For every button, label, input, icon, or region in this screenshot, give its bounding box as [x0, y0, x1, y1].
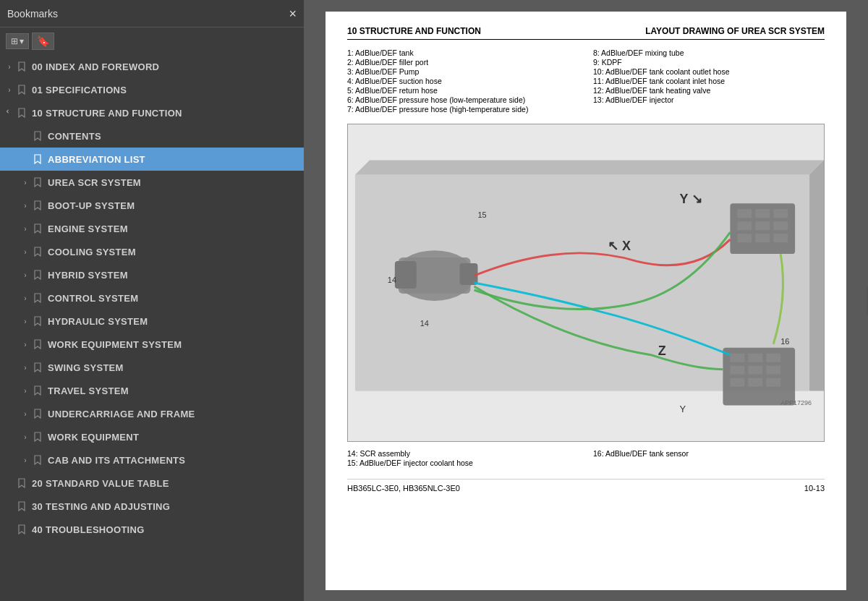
svg-text:14: 14 [420, 318, 429, 327]
sidebar-tree-item[interactable]: ›CAB AND ITS ATTACHMENTS [0, 448, 304, 472]
svg-rect-23 [766, 353, 780, 362]
caption-item: 14: SCR assembly [347, 449, 579, 458]
bookmark-flag-icon [32, 223, 43, 234]
svg-rect-29 [766, 378, 780, 386]
tree-item-label: ABBREVIATION LIST [48, 154, 145, 165]
bookmark-flag-icon [32, 432, 43, 442]
svg-text:↖ X: ↖ X [608, 239, 631, 253]
bookmark-flag-icon [32, 339, 43, 349]
expand-icon: › [20, 225, 30, 233]
legend-item: 3: AdBlue/DEF Pump [347, 67, 579, 76]
page-header: 10 STRUCTURE AND FUNCTION LAYOUT DRAWING… [347, 26, 825, 40]
sidebar-tree-item[interactable]: ›CONTROL SYSTEM [0, 286, 304, 310]
legend-item: 6: AdBlue/DEF pressure hose (low-tempera… [347, 95, 579, 104]
caption-item: 16: AdBlue/DEF tank sensor [593, 449, 825, 458]
sidebar-tree-item[interactable]: CONTENTS [0, 124, 304, 148]
tree-item-label: SWING SYSTEM [48, 362, 124, 373]
tree-item-label: 40 TROUBLESHOOTING [32, 524, 145, 535]
sidebar-toolbar: ⊞ ▾ 🔖 [0, 27, 304, 55]
sidebar-tree-item[interactable]: 20 STANDARD VALUE TABLE [0, 472, 304, 495]
sidebar-tree-item[interactable]: ›TRAVEL SYSTEM [0, 379, 304, 402]
expand-icon: › [20, 317, 30, 325]
bookmark-flag-icon [32, 200, 43, 210]
bookmark-flag-icon [32, 270, 43, 280]
expand-icon: › [4, 63, 14, 71]
legend-item: 7: AdBlue/DEF pressure hose (high-temper… [347, 105, 579, 114]
sidebar-tree-item[interactable]: ›BOOT-UP SYSTEM [0, 194, 304, 217]
svg-rect-25 [748, 365, 762, 374]
page-header-right: LAYOUT DRAWING OF UREA SCR SYSTEM [645, 26, 825, 36]
tree-item-label: WORK EQUIPMENT SYSTEM [48, 339, 182, 350]
document-page: 10 STRUCTURE AND FUNCTION LAYOUT DRAWING… [326, 12, 846, 590]
svg-rect-17 [737, 234, 752, 242]
sidebar-header: Bookmarks × [0, 0, 304, 27]
sidebar-close-button[interactable]: × [289, 7, 297, 20]
tree-item-label: 10 STRUCTURE AND FUNCTION [32, 108, 182, 119]
tree-item-label: UREA SCR SYSTEM [48, 177, 141, 188]
expand-icon: › [20, 341, 30, 349]
sidebar-tree-item[interactable]: ›WORK EQUIPMENT [0, 425, 304, 448]
expand-icon: › [20, 456, 30, 464]
expand-icon: › [20, 410, 30, 418]
sidebar-tree-item[interactable]: ›01 SPECIFICATIONS [0, 78, 304, 101]
legend-item [593, 105, 825, 114]
sidebar-tree-item[interactable]: 40 TROUBLESHOOTING [0, 518, 304, 541]
page-header-left: 10 STRUCTURE AND FUNCTION [347, 26, 481, 36]
sidebar-tree-item[interactable]: ›COOLING SYSTEM [0, 240, 304, 263]
svg-rect-22 [748, 353, 762, 362]
svg-rect-14 [737, 221, 752, 230]
tree-item-label: 20 STANDARD VALUE TABLE [32, 478, 169, 489]
sidebar-tree-item[interactable]: ›UNDERCARRIAGE AND FRAME [0, 402, 304, 425]
sidebar-tree-item[interactable]: ›HYBRID SYSTEM [0, 263, 304, 286]
svg-text:Y ↘: Y ↘ [680, 192, 703, 206]
expand-icon: › [20, 433, 30, 441]
tree-item-label: UNDERCARRIAGE AND FRAME [48, 409, 195, 419]
svg-rect-16 [773, 221, 788, 230]
legend-item: 5: AdBlue/DEF return hose [347, 86, 579, 95]
svg-rect-12 [755, 209, 770, 218]
tree-item-label: 00 INDEX AND FOREWORD [32, 61, 159, 72]
bookmark-flag-icon [32, 385, 43, 396]
bookmark-flag-icon [32, 131, 43, 141]
bookmark-icon: 🔖 [37, 35, 49, 47]
bookmark-flag-icon [32, 177, 43, 187]
bookmark-action-button[interactable]: 🔖 [32, 33, 54, 50]
svg-text:14: 14 [388, 276, 396, 284]
svg-text:Y: Y [680, 404, 686, 414]
expand-icon: › [20, 387, 30, 395]
sidebar-tree-item[interactable]: ›WORK EQUIPMENT SYSTEM [0, 333, 304, 356]
sidebar-tree-item[interactable]: ABBREVIATION LIST [0, 148, 304, 171]
grid-icon: ⊞ [11, 36, 18, 46]
expand-icon: › [20, 248, 30, 256]
sidebar-tree-item[interactable]: ›00 INDEX AND FOREWORD [0, 55, 304, 78]
sidebar-title: Bookmarks [7, 8, 58, 20]
sidebar-tree-item[interactable]: ›SWING SYSTEM [0, 356, 304, 379]
dropdown-arrow-icon: ▾ [20, 36, 24, 46]
tree-item-label: CONTENTS [48, 131, 101, 142]
bookmark-flag-icon [16, 61, 27, 72]
sidebar-tree-item[interactable]: 30 TESTING AND ADJUSTING [0, 495, 304, 518]
caption-grid: 14: SCR assembly16: AdBlue/DEF tank sens… [347, 449, 825, 467]
tree-item-label: WORK EQUIPMENT [48, 432, 139, 443]
legend-item: 8: AdBlue/DEF mixing tube [593, 48, 825, 57]
svg-rect-24 [730, 365, 744, 374]
legend-item: 13: AdBlue/DEF injector [593, 95, 825, 104]
sidebar-tree-item[interactable]: ›ENGINE SYSTEM [0, 217, 304, 240]
bookmark-flag-icon [32, 293, 43, 303]
bookmark-flag-icon [32, 247, 43, 257]
grid-view-button[interactable]: ⊞ ▾ [6, 33, 29, 49]
tree-item-label: TRAVEL SYSTEM [48, 385, 129, 396]
footer-model: HB365LC-3E0, HB365NLC-3E0 [347, 484, 460, 493]
tree-item-label: ENGINE SYSTEM [48, 223, 128, 234]
svg-text:15: 15 [477, 210, 486, 219]
bookmark-flag-icon [16, 478, 27, 488]
svg-rect-11 [737, 209, 752, 218]
legend-item: 12: AdBlue/DEF tank heating valve [593, 86, 825, 95]
bookmark-flag-icon [16, 108, 27, 118]
sidebar-tree-item[interactable]: ⌄10 STRUCTURE AND FUNCTION [0, 101, 304, 124]
sidebar-tree-item[interactable]: ›UREA SCR SYSTEM [0, 171, 304, 194]
sidebar-tree: ›00 INDEX AND FOREWORD›01 SPECIFICATIONS… [0, 55, 304, 601]
svg-text:16: 16 [780, 336, 789, 345]
legend-item: 9: KDPF [593, 58, 825, 67]
sidebar-tree-item[interactable]: ›HYDRAULIC SYSTEM [0, 310, 304, 333]
